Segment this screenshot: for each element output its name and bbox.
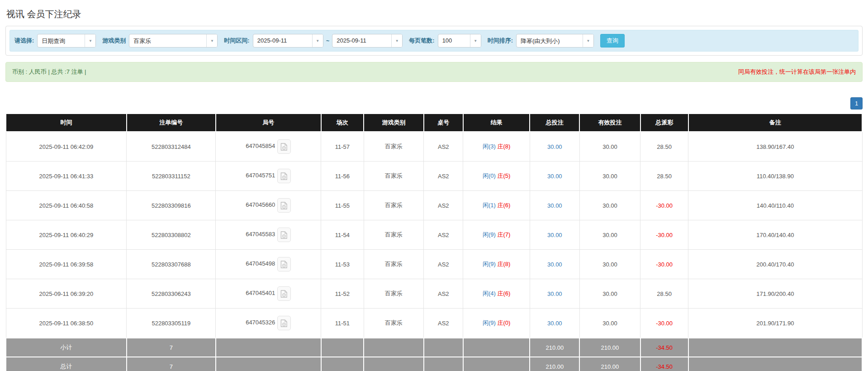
game-type-cell: 百家乐 [364,220,424,250]
col-header-payout: 总派彩 [640,114,688,132]
total-bet-link[interactable]: 30.00 [547,290,562,297]
total-bet-link[interactable]: 30.00 [547,202,562,209]
game-type-select[interactable]: 百家乐 ▼ [129,34,218,48]
page-size-label: 每页笔数: [409,37,434,45]
video-replay-button[interactable] [277,139,291,154]
remark-cell: 201.90/171.90 [688,309,862,338]
total-bet-link[interactable]: 30.00 [547,320,562,327]
payout-cell: -30.00 [640,220,688,250]
total-bet-link[interactable]: 30.00 [547,261,562,268]
remark-cell: 200.40/170.40 [688,250,862,279]
time-sort-group: 时间排序: 降幂(由大到小) ▼ [488,34,594,48]
round-number: 647045401 [246,290,275,296]
game-type-cell: 百家乐 [364,132,424,162]
video-replay-button[interactable] [277,228,291,242]
video-replay-button[interactable] [277,316,291,330]
date-range-label: 时间区间: [224,37,249,45]
table-row: 2025-09-11 06:38:50 522803305119 6470453… [6,309,862,338]
video-replay-button[interactable] [277,257,291,271]
table-row: 2025-09-11 06:40:58 522803309816 6470456… [6,191,862,220]
chevron-down-icon[interactable]: ▼ [85,34,95,47]
chevron-down-icon[interactable]: ▼ [312,34,323,47]
round-cell: 647045854 [216,132,321,162]
total-bet-link[interactable]: 30.00 [547,143,562,150]
round-number: 647045583 [246,231,275,238]
round-cell: 647045326 [216,309,321,338]
chevron-down-icon[interactable]: ▼ [583,34,593,47]
chevron-down-icon[interactable]: ▼ [206,34,217,47]
table-no-cell: AS2 [424,250,463,279]
round-number: 647045498 [246,260,275,267]
query-type-value: 日期查询 [38,34,85,47]
date-to-select[interactable]: 2025-09-11 ▼ [332,34,403,48]
page-button-1[interactable]: 1 [850,97,863,109]
payout-cell: 28.50 [640,162,688,191]
summary-currency-count: 币别 : 人民币 | 总共 :7 注单 | [12,68,86,76]
valid-bet-cell: 30.00 [579,309,640,338]
remark-cell: 170.40/140.40 [688,220,862,250]
session-cell: 11-52 [321,279,364,309]
total-bet-link[interactable]: 30.00 [547,173,562,180]
game-type-label: 游戏类别 [102,37,126,45]
total-bet-cell: 30.00 [530,220,579,250]
table-no-cell: AS2 [424,309,463,338]
game-type-cell: 百家乐 [364,309,424,338]
total-count: 7 [127,357,216,371]
game-type-value: 百家乐 [129,34,206,47]
bet-id-cell: 522803307688 [127,250,216,279]
table-row: 2025-09-11 06:41:33 522803311152 6470457… [6,162,862,191]
total-valid-bet: 210.00 [579,357,640,371]
table-row: 2025-09-11 06:40:29 522803308802 6470455… [6,220,862,250]
search-button[interactable]: 查询 [600,34,625,48]
table-no-cell: AS2 [424,279,463,309]
page-size-value: 100 [438,34,470,47]
date-range-group: 时间区间: 2025-09-11 ▼ ~ 2025-09-11 ▼ [224,34,403,48]
table-totals: 小计 7 210.00 210.00 -34.50 总计 7 210.00 21… [6,338,862,371]
col-header-result: 结果 [463,114,530,132]
total-total-bet: 210.00 [530,357,579,371]
table-no-cell: AS2 [424,132,463,162]
time-sort-select[interactable]: 降幂(由大到小) ▼ [516,34,594,48]
round-cell: 647045401 [216,279,321,309]
query-type-label: 请选择: [14,37,34,45]
total-bet-link[interactable]: 30.00 [547,232,562,238]
pagination-top: 1 [5,97,863,109]
page-size-group: 每页笔数: 100 ▼ [409,34,481,48]
remark-cell: 140.40/110.40 [688,191,862,220]
date-from-select[interactable]: 2025-09-11 ▼ [253,34,323,48]
result-cell: 闲(0) 庄(5) [463,162,530,191]
subtotal-label: 小计 [6,338,127,357]
bet-records-table: 时间 注单编号 局号 场次 游戏类别 桌号 结果 总投注 有效投注 总派彩 备注… [5,113,863,371]
video-replay-button[interactable] [277,286,291,301]
col-header-game: 游戏类别 [364,114,424,132]
summary-bar: 币别 : 人民币 | 总共 :7 注单 | 同局有效投注，统一计算在该局第一张注… [5,62,863,82]
page-size-select[interactable]: 100 ▼ [438,34,481,48]
page-container: 视讯 会员下注纪录 请选择: 日期查询 ▼ 游戏类别 百家乐 ▼ 时间区间: [0,0,868,371]
result-banker: 庄(6) [497,290,510,297]
video-replay-button[interactable] [277,198,291,213]
result-player: 闲(9) [483,261,496,267]
bet-time-cell: 2025-09-11 06:39:58 [6,250,127,279]
bet-id-cell: 522803311152 [127,162,216,191]
valid-bet-cell: 30.00 [579,250,640,279]
table-row: 2025-09-11 06:39:58 522803307688 6470454… [6,250,862,279]
video-replay-button[interactable] [277,169,291,183]
chevron-down-icon[interactable]: ▼ [391,34,402,47]
total-payout: -34.50 [640,357,688,371]
result-cell: 闲(9) 庄(7) [463,220,530,250]
valid-bet-cell: 30.00 [579,191,640,220]
col-header-time: 时间 [6,114,127,132]
session-cell: 11-54 [321,220,364,250]
total-bet-cell: 30.00 [530,132,579,162]
table-row: 2025-09-11 06:39:20 522803306243 6470454… [6,279,862,309]
result-banker: 庄(0) [497,319,510,326]
query-type-select[interactable]: 日期查询 ▼ [37,34,96,48]
chevron-down-icon[interactable]: ▼ [470,34,481,47]
subtotal-valid-bet: 210.00 [579,338,640,357]
subtotal-count: 7 [127,338,216,357]
video-file-icon [280,231,288,239]
table-body: 2025-09-11 06:42:09 522803312484 6470458… [6,132,862,338]
session-cell: 11-53 [321,250,364,279]
payout-cell: 28.50 [640,132,688,162]
valid-bet-cell: 30.00 [579,220,640,250]
